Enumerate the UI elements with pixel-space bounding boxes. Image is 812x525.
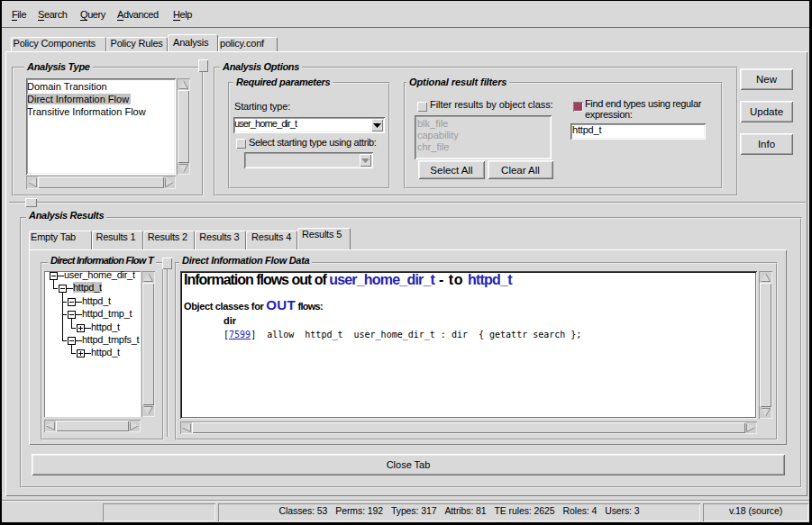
scroll-right-icon[interactable]: [745, 421, 757, 434]
scrollbar-thumb[interactable]: [142, 283, 154, 405]
flow-data-text[interactable]: Information flows out of user_home_dir_t…: [180, 271, 757, 419]
pane-sash-vertical[interactable]: [202, 60, 204, 194]
analysis-type-vscrollbar[interactable]: [177, 78, 190, 175]
scroll-left-icon[interactable]: [180, 421, 192, 434]
tree-expand-icon[interactable]: [77, 349, 85, 358]
scroll-down-icon[interactable]: [759, 407, 772, 419]
flow-data-vscrollbar[interactable]: [759, 271, 772, 419]
listbox-item[interactable]: Domain Transition: [27, 81, 107, 92]
analysis-type-listbox[interactable]: Domain TransitionDirect Information Flow…: [26, 78, 176, 175]
scrollbar-thumb[interactable]: [38, 177, 164, 188]
arrow-triangle: [183, 424, 191, 432]
update-button[interactable]: Update: [740, 101, 793, 122]
tree-line: [53, 280, 54, 288]
flow-tree-hscrollbar[interactable]: [44, 420, 141, 432]
tree-node-label[interactable]: httpd_t: [91, 321, 120, 332]
flow-data-hscrollbar[interactable]: [180, 421, 757, 434]
tree-node-label[interactable]: user_home_dir_t: [64, 271, 135, 280]
scroll-up-icon[interactable]: [759, 271, 772, 283]
tree-collapse-icon[interactable]: [50, 272, 58, 280]
status-segment-version: v.18 (source): [703, 503, 808, 521]
flow-tree-title: Direct Information Flow T: [48, 255, 156, 266]
status-segment-stats: Classes: 53Perms: 192Types: 317Attribs: …: [218, 503, 700, 521]
select-all-button[interactable]: Select All: [418, 160, 485, 179]
flow-tree[interactable]: user_home_dir_thttpd_thttpd_thttpd_tmp_t…: [44, 271, 141, 417]
tree-collapse-icon[interactable]: [68, 311, 76, 319]
tree-node-label[interactable]: httpd_t: [73, 282, 102, 293]
tab-results-4[interactable]: Results 4: [246, 231, 297, 249]
tree-line: [62, 293, 63, 340]
tree-line: [71, 353, 76, 354]
tab-policy-rules[interactable]: Policy Rules: [106, 37, 168, 51]
close-tab-button[interactable]: Close Tab: [32, 454, 785, 475]
listbox-item[interactable]: Direct Information Flow: [27, 94, 131, 104]
pane-sash-handle[interactable]: [198, 59, 208, 72]
rule-id-link[interactable]: 7599: [229, 330, 251, 339]
attrib-checkbox[interactable]: [236, 139, 246, 149]
analysis-results-title: Analysis Results: [26, 210, 106, 221]
plus-stroke: [80, 326, 81, 330]
menu-search[interactable]: Search: [38, 9, 67, 20]
menu-advanced[interactable]: Advanced: [117, 9, 159, 20]
minus-stroke: [69, 340, 74, 341]
regex-checkbox[interactable]: [573, 102, 583, 112]
regex-entry[interactable]: httpd_t: [570, 123, 706, 140]
analysis-options-title: Analysis Options: [220, 61, 302, 72]
scroll-up-icon[interactable]: [177, 78, 190, 90]
tab-empty-tab[interactable]: Empty Tab: [29, 231, 92, 249]
tab-results-2[interactable]: Results 2: [143, 231, 195, 249]
arrow-triangle: [131, 422, 139, 430]
analysis-type-hscrollbar[interactable]: [26, 176, 176, 189]
info-button[interactable]: Info: [740, 133, 793, 155]
regex-entry-value: httpd_t: [572, 124, 601, 135]
scroll-down-icon[interactable]: [177, 163, 190, 175]
tree-collapse-icon[interactable]: [59, 285, 67, 293]
scroll-left-icon[interactable]: [44, 420, 56, 432]
tree-node-label[interactable]: httpd_tmp_t: [82, 308, 132, 319]
tree-node-label[interactable]: httpd_t: [82, 295, 111, 306]
arrow-triangle: [747, 424, 755, 432]
scroll-down-icon[interactable]: [141, 405, 155, 417]
new-button[interactable]: New: [740, 68, 793, 90]
tab-results-1[interactable]: Results 1: [92, 231, 143, 249]
scroll-right-icon[interactable]: [129, 420, 141, 432]
starting-type-combobox[interactable]: user_home_dir_t: [233, 117, 385, 133]
scrollbar-thumb[interactable]: [56, 421, 129, 431]
tree-collapse-icon[interactable]: [68, 337, 76, 345]
scrollbar-thumb[interactable]: [192, 422, 745, 433]
pane-sash-horizontal[interactable]: [9, 202, 806, 204]
scroll-up-icon[interactable]: [141, 271, 155, 283]
tree-collapse-icon[interactable]: [68, 298, 76, 306]
tab-policy-components[interactable]: Policy Components: [11, 37, 106, 51]
tree-line: [76, 340, 82, 341]
results-sash-handle[interactable]: [162, 258, 172, 269]
flow-data-title: Direct Information Flow Data: [179, 255, 312, 266]
filter-by-class-label: Filter results by object class:: [430, 99, 553, 110]
scrollbar-thumb[interactable]: [178, 90, 189, 163]
flow-heading: Information flows out of user_home_dir_t…: [184, 272, 512, 288]
menu-query[interactable]: Query: [80, 9, 105, 20]
listbox-item: chr_file: [417, 141, 449, 152]
results-sash-vertical[interactable]: [167, 268, 169, 437]
filter-by-class-checkbox[interactable]: [417, 102, 427, 112]
status-stat: Types: 317: [391, 505, 436, 516]
tree-line: [71, 319, 72, 328]
tree-node-label[interactable]: httpd_t: [91, 347, 120, 358]
tab-results-5[interactable]: Results 5: [297, 228, 351, 249]
menu-help[interactable]: Help: [173, 9, 192, 20]
tab-analysis[interactable]: Analysis: [168, 34, 218, 51]
tab-policy-conf[interactable]: policy.conf: [218, 37, 278, 51]
tree-node-label[interactable]: httpd_tmpfs_t: [82, 334, 139, 345]
clear-all-button[interactable]: Clear All: [488, 160, 553, 179]
menu-file[interactable]: File: [12, 9, 26, 20]
starting-type-dropdown-button[interactable]: [371, 119, 383, 131]
flow-tree-vscrollbar[interactable]: [141, 271, 155, 417]
scroll-left-icon[interactable]: [26, 176, 38, 189]
tree-line: [76, 302, 82, 303]
listbox-item[interactable]: Transitive Information Flow: [27, 106, 146, 117]
tree-expand-icon[interactable]: [77, 324, 85, 332]
pane-sash-handle-2[interactable]: [25, 198, 37, 207]
tab-results-3[interactable]: Results 3: [195, 231, 246, 249]
scrollbar-thumb[interactable]: [760, 283, 771, 407]
scroll-right-icon[interactable]: [164, 176, 176, 189]
